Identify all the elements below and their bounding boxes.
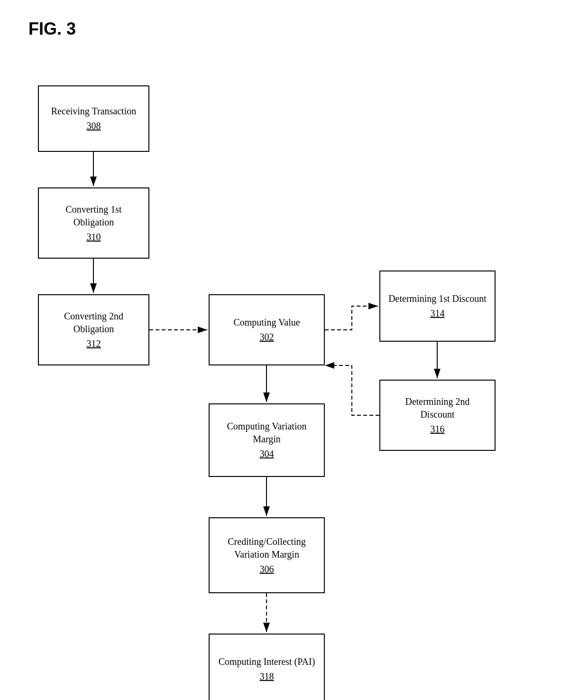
box-converting2-label: Converting 2nd Obligation xyxy=(46,310,142,336)
box-crediting-ref: 306 xyxy=(260,563,274,576)
box-converting1: Converting 1st Obligation 310 xyxy=(38,187,149,259)
box-determining1: Determining 1st Discount 314 xyxy=(379,271,496,342)
box-receiving-ref: 308 xyxy=(87,120,101,132)
box-converting2-ref: 312 xyxy=(87,337,101,350)
box-computing-value-ref: 302 xyxy=(260,331,274,344)
box-crediting: Crediting/Collecting Variation Margin 30… xyxy=(209,517,325,593)
arrow-316-302 xyxy=(325,365,379,415)
box-computing-value: Computing Value 302 xyxy=(209,294,325,365)
box-computing-interest: Computing Interest (PAI) 318 xyxy=(209,634,325,700)
arrow-302-314 xyxy=(325,306,378,330)
box-receiving-label: Receiving Transaction xyxy=(51,105,136,118)
box-determining2: Determining 2nd Discount 316 xyxy=(379,380,496,451)
box-computing-value-label: Computing Value xyxy=(233,316,300,329)
box-determining1-ref: 314 xyxy=(431,307,445,320)
box-crediting-label: Crediting/Collecting Variation Margin xyxy=(216,535,317,561)
flowchart: Receiving Transaction 308 Converting 1st… xyxy=(0,52,588,698)
box-converting1-label: Converting 1st Obligation xyxy=(46,203,142,229)
box-computing-variation: Computing Variation Margin 304 xyxy=(209,403,325,477)
box-computing-variation-label: Computing Variation Margin xyxy=(216,420,317,446)
box-converting1-ref: 310 xyxy=(87,231,101,243)
box-computing-interest-ref: 318 xyxy=(260,670,274,683)
box-determining1-label: Determining 1st Discount xyxy=(388,292,487,305)
box-computing-variation-ref: 304 xyxy=(260,448,274,460)
box-determining2-ref: 316 xyxy=(431,423,445,436)
box-converting2: Converting 2nd Obligation 312 xyxy=(38,294,149,365)
box-computing-interest-label: Computing Interest (PAI) xyxy=(219,655,315,668)
box-receiving: Receiving Transaction 308 xyxy=(38,85,149,152)
page-title: FIG. 3 xyxy=(28,19,76,39)
box-determining2-label: Determining 2nd Discount xyxy=(387,395,488,421)
